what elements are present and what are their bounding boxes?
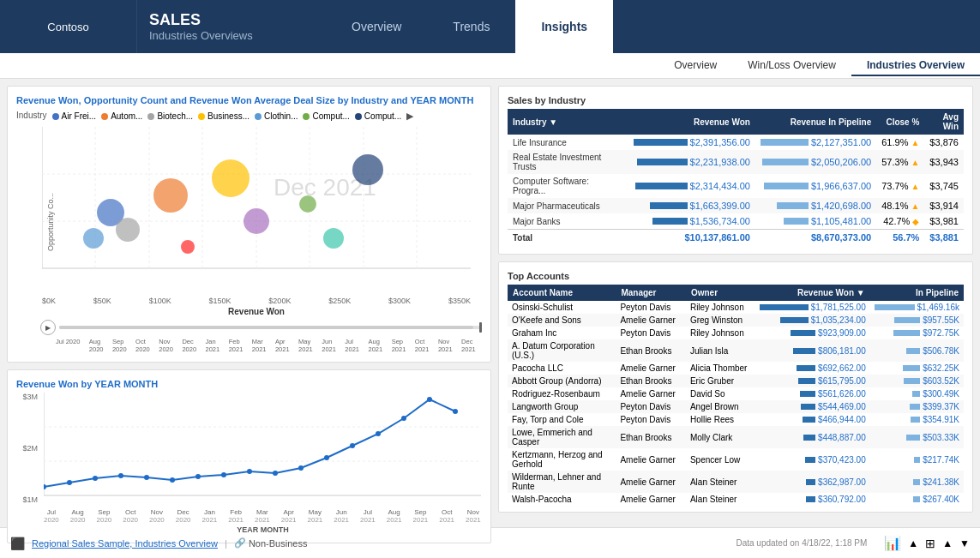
industry-total-row: Total $10,137,861.00 $8,670,373.00 56.7%…: [508, 230, 964, 246]
footer-tag: 🔗 Non-Business: [234, 537, 307, 549]
svg-point-28: [44, 484, 46, 489]
account-row: Fay, Torp and Cole Peyton Davis Hollie R…: [508, 413, 964, 426]
account-revenue: $1,781,525.00: [755, 301, 870, 314]
legend-label-1: Air Frei...: [62, 111, 97, 121]
legend-dot-6: [303, 113, 310, 120]
svg-point-41: [376, 431, 381, 436]
account-row: Osinski-Schulist Peyton Davis Riley John…: [508, 301, 964, 314]
timeline-labels: Jul 2020Aug2020Sep2020Oct2020Nov2020Dec2…: [56, 338, 476, 353]
footer-buttons: 📊 ▲ ⊞ ▲ ▼: [884, 535, 970, 551]
svg-point-23: [323, 228, 344, 249]
svg-point-33: [170, 477, 175, 483]
svg-point-39: [324, 455, 329, 460]
total-label: Total: [508, 230, 628, 246]
chart-icon[interactable]: 📊: [884, 535, 901, 551]
account-manager: Peyton Davis: [616, 301, 686, 314]
account-owner: David So: [686, 387, 755, 400]
legend-label-7: Comput...: [364, 111, 401, 121]
nav-item-overview[interactable]: Overview: [326, 0, 427, 53]
chevron-up-icon[interactable]: ▲: [908, 537, 918, 549]
col-avg-win[interactable]: Avg Win: [924, 109, 964, 135]
industry-revenue: $1,536,734.00: [628, 213, 755, 230]
account-manager: Ethan Brooks: [616, 339, 686, 362]
account-manager: Peyton Davis: [616, 327, 686, 339]
footer-link[interactable]: Regional Sales Sample, Industries Overvi…: [32, 538, 218, 549]
chevron-down-icon[interactable]: ▼: [959, 537, 970, 549]
sales-by-industry-table: Industry ▼ Revenue Won Revenue In Pipeli…: [508, 109, 964, 245]
top-accounts-title: Top Accounts: [508, 271, 964, 281]
svg-point-31: [118, 473, 123, 478]
footer-icon: ⬛: [10, 537, 25, 550]
sales-by-industry-card: Sales by Industry Industry ▼ Revenue Won…: [498, 86, 973, 255]
legend-label: Industry: [16, 111, 47, 122]
legend-label-6: Comput...: [312, 111, 349, 121]
play-button[interactable]: ▶: [40, 320, 56, 335]
col-manager[interactable]: Manager: [616, 285, 686, 301]
col-close-pct[interactable]: Close %: [876, 109, 924, 135]
chevron-up-2-icon[interactable]: ▲: [942, 537, 953, 549]
col-owner[interactable]: Owner: [686, 285, 755, 301]
account-owner: Spencer Low: [686, 448, 755, 471]
account-revenue: $1,035,234.00: [755, 314, 870, 327]
account-pipeline: $300.49K: [870, 387, 964, 400]
industry-avg-win: $3,876: [924, 135, 964, 150]
top-accounts-card: Top Accounts Account Name Manager Owner …: [498, 261, 973, 513]
col-pipeline[interactable]: In Pipeline: [870, 285, 964, 301]
industry-row: Major Pharmaceuticals $1,663,399.00 $1,4…: [508, 198, 964, 213]
legend-dot-2: [101, 113, 108, 120]
account-owner: Julian Isla: [686, 339, 755, 362]
col-industry[interactable]: Industry ▼: [508, 109, 628, 135]
col-rev-won[interactable]: Revenue Won ▼: [755, 285, 870, 301]
account-manager: Ethan Brooks: [616, 426, 686, 448]
grid-icon[interactable]: ⊞: [925, 537, 935, 550]
account-manager: Amelie Garner: [616, 362, 686, 375]
bubble-chart-svg: 0 100 Dec 2021: [42, 127, 488, 294]
account-manager: Peyton Davis: [616, 400, 686, 413]
subnav-winloss[interactable]: Win/Loss Overview: [732, 56, 851, 76]
col-revenue-won[interactable]: Revenue Won: [628, 109, 755, 135]
account-owner: Greg Winston: [686, 314, 755, 327]
industry-revenue: $2,391,356.00: [628, 135, 755, 150]
account-revenue: $448,887.00: [755, 426, 870, 448]
line-chart-inner: Jul2020 Aug2020 Sep2020 Oct2020 Nov2020 …: [44, 393, 482, 534]
industry-avg-win: $3,745: [924, 174, 964, 198]
industry-row: Computer Software: Progra... $2,314,434.…: [508, 174, 964, 198]
timeline-track[interactable]: [59, 326, 482, 329]
accounts-scroll[interactable]: Account Name Manager Owner Revenue Won ▼…: [508, 285, 964, 503]
legend-more[interactable]: ▶: [406, 111, 413, 122]
subnav-overview[interactable]: Overview: [658, 56, 732, 76]
account-revenue: $370,423.00: [755, 448, 870, 471]
legend-item-3: Biotech...: [147, 111, 193, 122]
account-manager: Amelie Garner: [616, 493, 686, 503]
industry-row: Life Insurance $2,391,356.00 $2,127,351.…: [508, 135, 964, 150]
col-account-name[interactable]: Account Name: [508, 285, 616, 301]
account-pipeline: $1,469.16k: [870, 301, 964, 314]
account-revenue: $362,987.00: [755, 471, 870, 493]
svg-point-22: [243, 208, 269, 234]
svg-point-40: [350, 443, 355, 448]
svg-point-19: [299, 195, 316, 213]
industry-row: Real Estate Investment Trusts $2,231,938…: [508, 150, 964, 174]
col-in-pipeline[interactable]: Revenue In Pipeline: [755, 109, 876, 135]
tag-label: Non-Business: [249, 538, 307, 549]
account-row: Rodriguez-Rosenbaum Amelie Garner David …: [508, 387, 964, 400]
industry-close-pct: 61.9% ▲: [876, 135, 924, 150]
left-panel: Revenue Won, Opportunity Count and Reven…: [7, 86, 491, 520]
industry-name: Major Pharmaceuticals: [508, 198, 628, 213]
legend-item-4: Business...: [198, 111, 250, 122]
account-manager: Amelie Garner: [616, 448, 686, 471]
nav-item-insights[interactable]: Insights: [515, 0, 613, 53]
nav-item-trends[interactable]: Trends: [427, 0, 515, 53]
total-avg-win: $3,881: [924, 230, 964, 246]
subnav-industries[interactable]: Industries Overview: [851, 56, 980, 76]
bubble-chart-title: Revenue Won, Opportunity Count and Reven…: [16, 95, 482, 105]
account-row: Abbott Group (Andorra) Ethan Brooks Eric…: [508, 375, 964, 387]
account-manager: Amelie Garner: [616, 314, 686, 327]
account-pipeline: $267.40K: [870, 493, 964, 503]
industry-avg-win: $3,981: [924, 213, 964, 230]
account-name: Kertzmann, Herzog and Gerhold: [508, 448, 616, 471]
account-manager: Peyton Davis: [616, 413, 686, 426]
account-row: Wilderman, Lehner and Runte Amelie Garne…: [508, 471, 964, 493]
legend-item-2: Autom...: [101, 111, 142, 122]
account-revenue: $806,181.00: [755, 339, 870, 362]
